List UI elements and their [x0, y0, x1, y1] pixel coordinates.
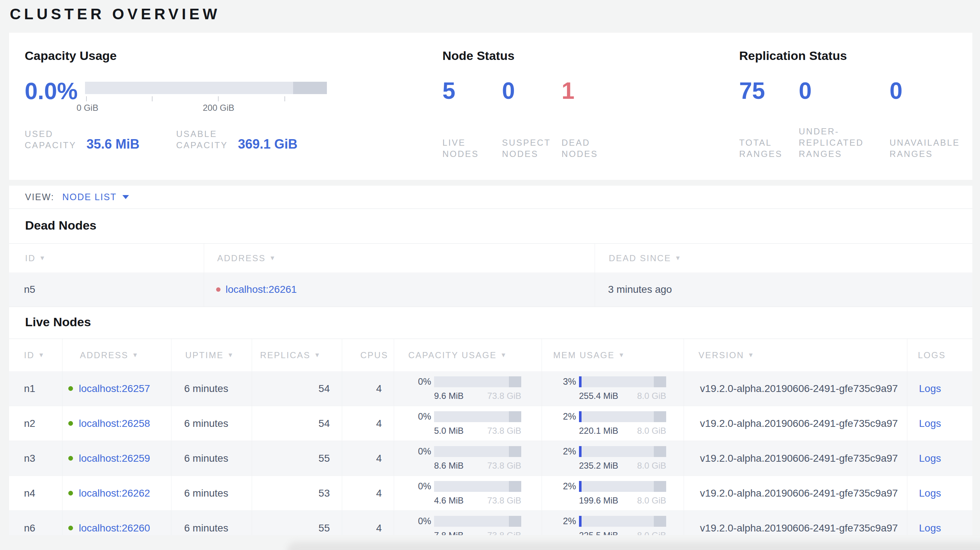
total-ranges-label: TOTAL RANGES — [739, 137, 787, 159]
logs-link[interactable]: Logs — [919, 488, 941, 499]
capacity-usage-cell: 0% 9.6 MiB 73.8 GiB — [394, 371, 542, 406]
uptime: 6 minutes — [172, 371, 252, 406]
capacity-usage-cell: 0% 5.0 MiB 73.8 GiB — [394, 406, 542, 441]
used-capacity-label: USED CAPACITY — [25, 128, 86, 151]
replicas: 55 — [252, 441, 342, 475]
column-header-mem-usage[interactable]: MEM USAGE — [542, 339, 684, 371]
logs-link[interactable]: Logs — [919, 383, 941, 394]
cpus: 4 — [342, 476, 394, 510]
dead-since: 3 minutes ago — [595, 272, 972, 307]
version: v19.2.0-alpha.20190606-2491-gfe735c9a97 — [684, 441, 907, 475]
node-address-link[interactable]: localhost:26259 — [79, 453, 150, 464]
column-header-version[interactable]: VERSION — [684, 339, 907, 371]
axis-tick-label: 200 GiB — [203, 103, 234, 113]
replication-status-section: Replication Status 75 TOTAL RANGES 0 UND… — [739, 49, 972, 180]
mem-used: 255.4 MiB — [579, 391, 618, 401]
table-row: n4 localhost:26262 6 minutes 53 4 0% 4.6… — [9, 476, 972, 511]
node-address-link[interactable]: localhost:26262 — [79, 488, 150, 499]
cluster-summary-card: Capacity Usage 0.0% 0 GiB 200 GiB — [9, 33, 972, 180]
node-id: n2 — [9, 406, 62, 441]
live-status-dot-icon — [68, 386, 73, 391]
mem-used: 199.6 MiB — [579, 496, 618, 505]
table-row: n5 localhost:26261 3 minutes ago — [9, 272, 972, 307]
suspect-nodes-label: SUSPECT NODES — [502, 137, 550, 159]
mem-total: 8.0 GiB — [637, 496, 666, 505]
page-title: CLUSTER OVERVIEW — [10, 5, 980, 23]
used-capacity-value: 35.6 MiB — [86, 138, 140, 151]
column-header-id[interactable]: ID — [9, 339, 62, 371]
node-address-link[interactable]: localhost:26261 — [226, 284, 297, 295]
mem-total: 8.0 GiB — [637, 461, 666, 471]
capacity-usage-bar — [434, 376, 521, 387]
axis-tick — [285, 96, 285, 101]
column-header-logs: LOGS — [907, 339, 972, 371]
column-header-address[interactable]: ADDRESS — [62, 339, 172, 371]
dead-nodes-count: 1 — [562, 79, 621, 103]
capacity-usage-title: Capacity Usage — [25, 49, 442, 63]
node-address-link[interactable]: localhost:26260 — [79, 522, 150, 534]
logs-link[interactable]: Logs — [919, 453, 941, 464]
axis-tick — [152, 96, 153, 101]
total-ranges-count: 75 — [739, 79, 799, 103]
table-row: n6 localhost:26260 6 minutes 55 4 0% 7.8… — [9, 511, 972, 535]
capacity-total: 73.8 GiB — [487, 530, 521, 536]
capacity-total: 73.8 GiB — [487, 461, 521, 471]
mem-used: 220.1 MiB — [579, 426, 618, 436]
dead-nodes-label: DEAD NODES — [562, 137, 609, 159]
uptime: 6 minutes — [172, 441, 252, 475]
node-id: n1 — [9, 371, 62, 406]
mem-percent: 2% — [561, 516, 576, 526]
column-header-uptime[interactable]: UPTIME — [172, 339, 252, 371]
mem-usage-bar — [579, 376, 666, 387]
node-address-link[interactable]: localhost:26257 — [79, 383, 150, 394]
capacity-percent: 0% — [416, 446, 431, 457]
capacity-usage-bar — [434, 516, 521, 527]
column-header-replicas[interactable]: REPLICAS — [252, 339, 342, 371]
view-selected-value: NODE LIST — [62, 192, 116, 202]
mem-used: 225.5 MiB — [579, 530, 618, 536]
under-replicated-label: UNDER-REPLICATED RANGES — [799, 126, 874, 159]
node-id: n4 — [9, 476, 62, 510]
capacity-usage-cell: 0% 7.8 MiB 73.8 GiB — [394, 511, 542, 535]
capacity-usage-cell: 0% 8.6 MiB 73.8 GiB — [394, 441, 542, 475]
capacity-total: 73.8 GiB — [487, 426, 521, 436]
capacity-total: 73.8 GiB — [487, 496, 521, 505]
live-nodes-heading: Live Nodes — [9, 307, 972, 329]
suspect-nodes-count: 0 — [502, 79, 562, 103]
node-address-cell: localhost:26262 — [62, 476, 172, 510]
capacity-percent: 0% — [416, 516, 431, 526]
live-status-dot-icon — [68, 456, 73, 461]
logs-link[interactable]: Logs — [919, 522, 941, 534]
mem-usage-bar — [579, 411, 666, 422]
mem-total: 8.0 GiB — [637, 426, 666, 436]
capacity-bar-reserved-segment — [293, 82, 327, 94]
replicas: 54 — [252, 371, 342, 406]
dead-nodes-table-header: ID ADDRESS DEAD SINCE — [9, 243, 972, 272]
column-header-id[interactable]: ID — [9, 244, 204, 272]
logs-link[interactable]: Logs — [919, 418, 941, 429]
column-header-dead-since[interactable]: DEAD SINCE — [595, 244, 972, 272]
column-header-address[interactable]: ADDRESS — [204, 244, 595, 272]
capacity-bar-axis — [85, 96, 327, 102]
usable-capacity-value: 369.1 GiB — [238, 138, 298, 151]
under-replicated-count: 0 — [799, 79, 889, 103]
mem-used: 235.2 MiB — [579, 461, 618, 471]
node-address-cell: localhost:26257 — [62, 371, 172, 406]
capacity-usage-bar — [85, 82, 327, 94]
view-select-dropdown[interactable]: NODE LIST — [62, 192, 129, 202]
node-address-link[interactable]: localhost:26258 — [79, 418, 150, 429]
capacity-used: 9.6 MiB — [434, 391, 463, 401]
column-header-cpus: CPUS — [342, 339, 394, 371]
capacity-used: 7.8 MiB — [434, 530, 463, 536]
replicas: 54 — [252, 406, 342, 441]
capacity-usage-cell: 0% 4.6 MiB 73.8 GiB — [394, 476, 542, 510]
column-header-capacity-usage[interactable]: CAPACITY USAGE — [394, 339, 542, 371]
live-nodes-count: 5 — [442, 79, 502, 103]
live-status-dot-icon — [68, 526, 73, 530]
dead-nodes-heading: Dead Nodes — [9, 209, 972, 232]
capacity-percent: 0% — [416, 376, 431, 387]
capacity-usage-bar — [434, 481, 521, 492]
cpus: 4 — [342, 441, 394, 475]
mem-percent: 2% — [561, 481, 576, 491]
version: v19.2.0-alpha.20190606-2491-gfe735c9a97 — [684, 406, 907, 441]
